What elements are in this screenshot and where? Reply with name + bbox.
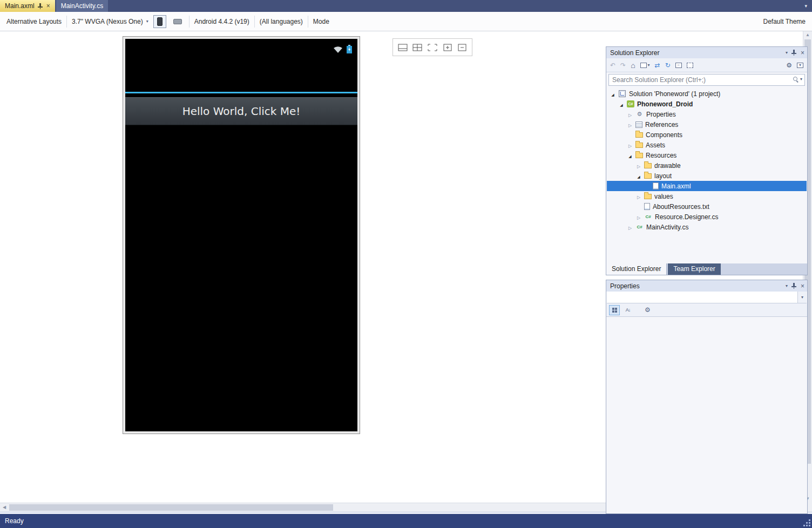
fit-page-button[interactable] [426,41,439,54]
solution-tree: Solution 'Phoneword' (1 project)Phonewor… [607,89,807,263]
tree-expander-icon [636,193,641,200]
properties-header[interactable]: Properties ▾ × [606,280,807,292]
portrait-button[interactable] [153,15,166,28]
scroll-left-icon[interactable]: ◀ [0,503,9,511]
tree-item[interactable]: Components [607,130,807,140]
pin-icon[interactable] [791,283,797,289]
chevron-down-icon[interactable]: ▾ [800,77,802,82]
cs-icon [644,213,652,221]
tree-item-label: Solution 'Phoneword' (1 project) [629,90,720,98]
show-all-files-icon[interactable] [687,63,693,68]
window-position-icon[interactable]: ▾ [786,284,788,288]
layout-split-icon [398,44,408,51]
tree-expander-icon [610,91,615,97]
tree-item[interactable]: MainActivity.cs [607,222,807,232]
tab-mainactivity-cs[interactable]: MainActivity.cs [56,0,108,12]
zoom-in-button[interactable] [441,41,454,54]
tree-item-label: Resource.Designer.cs [655,213,718,221]
alternative-layouts-button[interactable]: Alternative Layouts [6,18,62,25]
theme-value: Default Theme [763,18,806,25]
collapse-all-icon[interactable]: − [675,63,682,68]
properties-title: Properties [610,282,640,290]
tree-item[interactable]: Solution 'Phoneword' (1 project) [607,89,807,99]
tree-item-label: Main.axml [661,182,691,190]
file-icon [644,203,650,210]
categorized-button[interactable] [609,305,620,315]
layout-grid-button[interactable] [411,41,424,54]
device-select[interactable]: 3.7" WVGA (Nexus One) ▾ [72,18,148,25]
references-icon [635,121,642,128]
tree-item[interactable]: AboutResources.txt [607,201,807,212]
fit-page-icon [428,44,437,51]
tree-item[interactable]: References [607,119,807,130]
property-pages-button[interactable]: ⚙ [645,306,651,314]
preview-selected-icon[interactable]: ▾ [797,63,803,68]
close-icon[interactable]: × [46,3,50,9]
phone-screen: Hello World, Click Me! [125,39,357,431]
mode-label: Mode [313,18,329,25]
tree-item[interactable]: Phoneword_Droid [607,99,807,109]
project-icon [627,100,634,107]
tree-item[interactable]: Assets [607,140,807,150]
android-version-select[interactable]: Android 4.4.2 (v19) [194,18,249,25]
solution-explorer-header[interactable]: Solution Explorer ▾ × [606,47,807,58]
properties-wrench-icon[interactable]: ⚙ [786,62,792,69]
home-icon[interactable]: ⌂ [631,62,635,69]
hello-world-button[interactable]: Hello World, Click Me! [125,97,357,125]
tree-expander-icon [636,163,641,169]
language-select[interactable]: (All languages) [260,18,303,25]
tab-solution-explorer[interactable]: Solution Explorer [606,263,667,275]
tab-main-axml[interactable]: Main.axml × [0,0,55,12]
tree-item[interactable]: Main.axml [607,181,807,191]
close-icon[interactable]: × [801,50,804,56]
solution-search-input[interactable] [608,74,805,86]
zoom-out-button[interactable] [456,41,469,54]
window-position-icon[interactable]: ▾ [786,51,788,55]
preview-toolbar [393,38,472,56]
tree-expander-icon [627,111,633,118]
resize-grip[interactable] [803,519,810,526]
alphabetical-button[interactable]: A↓ [622,305,633,315]
tab-team-explorer[interactable]: Team Explorer [668,263,720,275]
document-list-dropdown-icon[interactable]: ▾ [800,3,812,9]
tree-item-label: Components [646,131,682,139]
scroll-up-icon[interactable]: ▲ [803,31,812,39]
nav-back-icon[interactable]: ↶ [610,62,615,69]
switch-views-button[interactable]: ▾ [640,63,650,68]
close-icon[interactable]: × [801,283,804,289]
sync-with-active-document-icon[interactable]: ⇄ [655,62,660,69]
nav-forward-icon[interactable]: ↷ [620,62,626,69]
phone-status-bar [125,39,357,59]
theme-select[interactable]: Default Theme [763,18,806,25]
combo-dropdown-button[interactable]: ▾ [797,292,807,303]
status-text: Ready [5,517,24,525]
mode-select[interactable]: Mode [313,18,329,25]
pin-icon[interactable] [38,3,43,9]
chevron-down-icon: ▾ [801,295,803,300]
refresh-icon[interactable]: ↻ [665,62,671,69]
landscape-phone-icon [173,19,182,24]
tree-expander-icon [627,121,633,128]
solution-explorer-panel: Solution Explorer ▾ × ↶ ↷ ⌂ ▾ ⇄ ↻ − ⚙ ▾ … [606,46,808,275]
properties-toolbar: A↓ ⚙ [606,303,807,317]
device-value: 3.7" WVGA (Nexus One) [72,18,143,25]
solution-icon [618,90,626,98]
solution-explorer-toolbar: ↶ ↷ ⌂ ▾ ⇄ ↻ − ⚙ ▾ [606,58,807,72]
tree-item[interactable]: Resource.Designer.cs [607,212,807,222]
portrait-phone-icon [157,17,163,26]
tree-item-label: Properties [646,111,676,118]
landscape-button[interactable] [171,15,184,28]
tree-item-label: layout [654,172,672,180]
tree-item[interactable]: layout [607,171,807,181]
pin-icon[interactable] [791,50,797,56]
tree-item-label: AboutResources.txt [653,203,709,211]
tree-item[interactable]: Properties [607,109,807,119]
folder-icon [644,163,652,168]
object-selector-combo[interactable]: ▾ [607,292,807,303]
scrollbar-thumb[interactable] [9,504,333,511]
layout-split-button[interactable] [396,41,409,54]
tree-item[interactable]: drawable [607,160,807,171]
tree-item[interactable]: values [607,191,807,201]
tree-item[interactable]: Resources [607,150,807,160]
tab-label: Main.axml [5,2,35,10]
